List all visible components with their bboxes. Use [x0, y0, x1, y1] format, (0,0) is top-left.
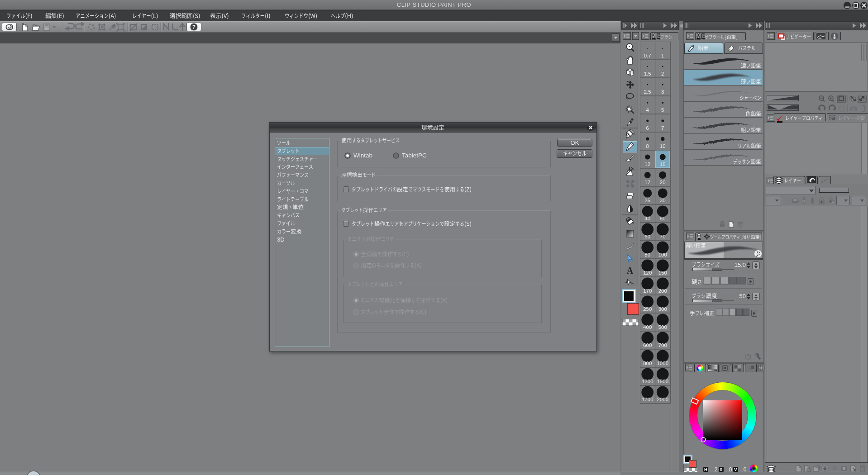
svg-text:2000: 2000 [657, 397, 668, 402]
svg-text:25: 25 [644, 198, 650, 203]
svg-text:1500: 1500 [657, 379, 668, 384]
svg-text:3: 3 [661, 89, 664, 95]
svg-text:200: 200 [658, 288, 667, 294]
svg-text:2: 2 [661, 71, 664, 76]
svg-text:6: 6 [646, 125, 649, 131]
svg-text:0.7: 0.7 [644, 53, 651, 58]
svg-text:30: 30 [660, 198, 666, 203]
svg-text:A: A [627, 266, 634, 276]
svg-text:80: 80 [644, 252, 650, 257]
svg-text:20: 20 [660, 180, 666, 185]
svg-text:700: 700 [658, 342, 667, 348]
svg-text:17: 17 [644, 180, 650, 185]
svg-text:7: 7 [661, 125, 664, 131]
svg-text:400: 400 [643, 324, 652, 330]
svg-text:100: 100 [658, 252, 667, 257]
svg-text:1: 1 [661, 53, 664, 58]
svg-text:50: 50 [660, 216, 666, 221]
svg-text:600: 600 [643, 342, 652, 348]
svg-text:1.5: 1.5 [644, 71, 651, 76]
svg-text:300: 300 [658, 306, 667, 312]
svg-text:1700: 1700 [642, 397, 653, 402]
svg-text:4: 4 [646, 107, 649, 113]
svg-text:500: 500 [658, 324, 667, 330]
svg-text:S: S [720, 467, 722, 472]
svg-text:2.5: 2.5 [644, 89, 651, 95]
svg-text:800: 800 [643, 361, 652, 366]
svg-text:70: 70 [660, 234, 666, 239]
svg-text:150: 150 [658, 270, 667, 276]
svg-text:10: 10 [660, 143, 666, 149]
svg-text:1000: 1000 [657, 361, 668, 366]
svg-text:40: 40 [644, 216, 650, 221]
svg-text:V: V [734, 467, 737, 472]
svg-text:250: 250 [643, 306, 652, 312]
svg-text:60: 60 [644, 234, 650, 239]
svg-text:15: 15 [660, 162, 666, 167]
svg-text:170: 170 [643, 288, 652, 294]
svg-text:120: 120 [643, 270, 652, 276]
svg-text:5: 5 [661, 107, 664, 113]
svg-text:12: 12 [644, 162, 650, 167]
svg-text:8: 8 [646, 143, 649, 149]
svg-text:1200: 1200 [642, 379, 653, 384]
svg-text:?: ? [192, 24, 196, 30]
svg-text:H: H [704, 467, 707, 472]
